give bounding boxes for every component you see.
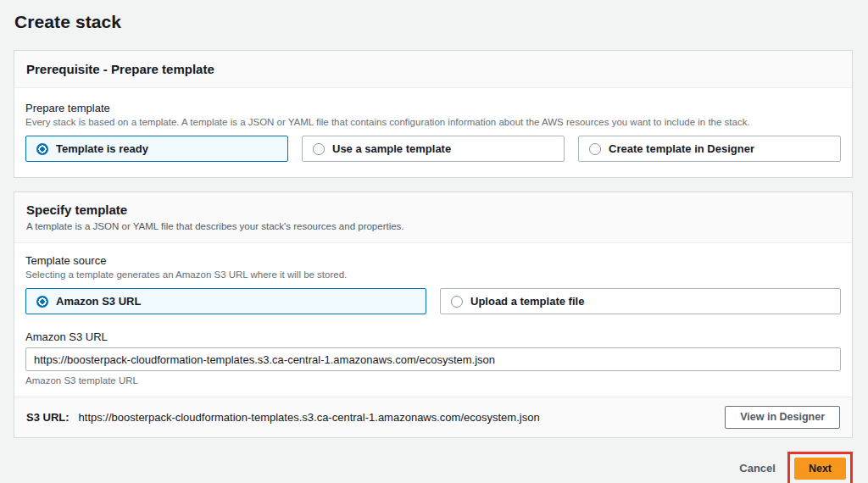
s3-url-summary-label: S3 URL:	[26, 411, 70, 424]
prerequisite-card-header: Prerequisite - Prepare template	[14, 51, 852, 88]
prerequisite-card-title: Prerequisite - Prepare template	[26, 62, 840, 76]
s3-url-helper-text: Amazon S3 template URL	[25, 375, 841, 386]
radio-unselected-icon	[451, 296, 463, 308]
specify-template-card-footer: S3 URL: https://boosterpack-cloudformati…	[14, 397, 852, 437]
prerequisite-card-body: Prepare template Every stack is based on…	[14, 88, 852, 177]
view-in-designer-button[interactable]: View in Designer	[725, 406, 840, 429]
radio-unselected-icon	[589, 143, 601, 155]
s3-url-summary-value: https://boosterpack-cloudformation-templ…	[79, 411, 540, 424]
prepare-template-description: Every stack is based on a template. A te…	[25, 117, 841, 127]
radio-tile-label: Upload a template file	[470, 295, 584, 308]
s3-url-input[interactable]	[25, 347, 841, 371]
specify-template-card-body: Template source Selecting a template gen…	[14, 243, 852, 397]
template-source-label: Template source	[25, 254, 841, 267]
s3-url-summary: S3 URL: https://boosterpack-cloudformati…	[26, 411, 540, 424]
radio-unselected-icon	[313, 143, 325, 155]
specify-template-card-title: Specify template	[26, 203, 840, 217]
prepare-template-label: Prepare template	[25, 102, 841, 114]
radio-tile-label: Create template in Designer	[609, 142, 754, 155]
create-stack-page: Create stack Prerequisite - Prepare temp…	[0, 0, 868, 483]
radio-selected-icon	[36, 143, 48, 155]
radio-tile-use-sample-template[interactable]: Use a sample template	[302, 136, 565, 162]
next-button[interactable]: Next	[794, 458, 846, 480]
specify-template-card-header: Specify template A template is a JSON or…	[14, 192, 852, 243]
annotation-highlight-box: Next	[787, 452, 853, 483]
page-title: Create stack	[14, 12, 853, 32]
radio-tile-label: Amazon S3 URL	[56, 295, 141, 308]
radio-tile-label: Use a sample template	[332, 142, 451, 155]
radio-tile-amazon-s3-url[interactable]: Amazon S3 URL	[25, 288, 426, 314]
template-source-radio-group: Amazon S3 URL Upload a template file	[25, 288, 841, 314]
cancel-button[interactable]: Cancel	[739, 462, 776, 475]
wizard-actions: Cancel Next	[14, 452, 853, 483]
radio-tile-upload-template-file[interactable]: Upload a template file	[440, 288, 841, 314]
radio-tile-create-template-in-designer[interactable]: Create template in Designer	[578, 136, 841, 162]
specify-template-card: Specify template A template is a JSON or…	[14, 192, 853, 438]
specify-template-card-description: A template is a JSON or YAML file that d…	[26, 221, 840, 231]
template-source-description: Selecting a template generates an Amazon…	[25, 269, 841, 280]
s3-url-field-label: Amazon S3 URL	[25, 330, 841, 343]
radio-selected-icon	[36, 296, 48, 308]
radio-tile-template-is-ready[interactable]: Template is ready	[25, 136, 288, 162]
radio-tile-label: Template is ready	[56, 142, 148, 155]
prerequisite-card: Prerequisite - Prepare template Prepare …	[14, 50, 853, 178]
prepare-template-radio-group: Template is ready Use a sample template …	[25, 136, 841, 162]
